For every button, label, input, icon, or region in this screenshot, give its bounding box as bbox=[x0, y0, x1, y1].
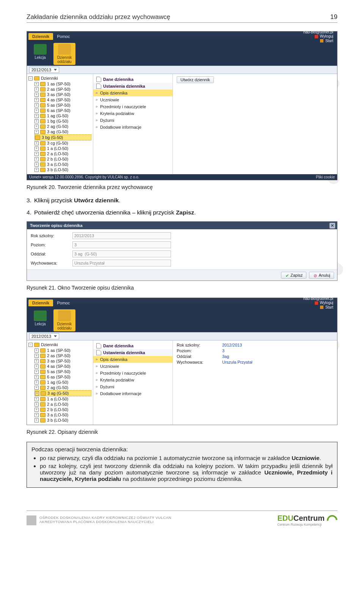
cancel-button[interactable]: Anuluj bbox=[309, 272, 334, 279]
tree-collapse-icon[interactable]: − bbox=[28, 343, 33, 347]
menu-dyzurni[interactable]: Dyżurni bbox=[93, 383, 173, 390]
expand-icon[interactable]: + bbox=[35, 364, 39, 369]
tree-item[interactable]: 2 b (LO-50) bbox=[47, 157, 68, 161]
expand-icon[interactable]: + bbox=[35, 375, 39, 379]
tree-item[interactable]: 3 ag (G-50) bbox=[47, 129, 68, 134]
tree-item[interactable]: 3 as (SP-50) bbox=[47, 92, 71, 97]
menu-kryteria[interactable]: Kryteria podziałów bbox=[93, 377, 173, 383]
menu-opis-dziennika[interactable]: Opis dziennika bbox=[93, 356, 173, 363]
ribbon-lekcja[interactable]: Lekcja bbox=[29, 43, 51, 65]
save-button[interactable]: Zapisz bbox=[281, 272, 306, 279]
logout-icon[interactable] bbox=[315, 35, 318, 38]
tree-item[interactable]: 3 cg (G-50) bbox=[47, 141, 68, 145]
tree-item[interactable]: 1 a (LO-50) bbox=[47, 397, 68, 401]
expand-icon[interactable]: + bbox=[35, 141, 39, 145]
tree-item[interactable]: 2 as (SP-50) bbox=[47, 353, 71, 358]
tree-item[interactable]: 1 ag (G-50) bbox=[47, 380, 68, 385]
home-icon[interactable] bbox=[320, 306, 323, 309]
expand-icon[interactable]: + bbox=[35, 391, 39, 396]
tree-item[interactable]: 3 b (LO-50) bbox=[47, 418, 68, 422]
expand-icon[interactable]: + bbox=[35, 152, 39, 156]
menu-dodatkowe[interactable]: Dodatkowe informacje bbox=[93, 124, 173, 131]
expand-icon[interactable]: + bbox=[35, 130, 39, 134]
menu-dyzurni[interactable]: Dyżurni bbox=[93, 117, 173, 124]
tree-item[interactable]: 1 a (LO-50) bbox=[47, 146, 68, 151]
ribbon-dziennik-oddzialu[interactable]: Dziennik oddziału bbox=[53, 309, 75, 331]
expand-icon[interactable]: + bbox=[35, 162, 39, 167]
tab-pomoc[interactable]: Pomoc bbox=[53, 299, 74, 306]
tree-item[interactable]: 2 a (LO-50) bbox=[47, 402, 68, 407]
expand-icon[interactable]: + bbox=[35, 82, 39, 86]
menu-opis-dziennika[interactable]: Opis dziennika bbox=[93, 90, 173, 96]
tree-item[interactable]: 6 as (SP-50) bbox=[47, 108, 71, 113]
ribbon-lekcja[interactable]: Lekcja bbox=[29, 309, 51, 331]
expand-icon[interactable]: + bbox=[35, 380, 39, 385]
tree-item-selected[interactable]: 3 ag (G-50) bbox=[47, 391, 69, 396]
status-cookies[interactable]: Pliki cookie bbox=[316, 175, 335, 179]
expand-icon[interactable]: + bbox=[35, 413, 39, 417]
expand-icon[interactable]: + bbox=[35, 109, 39, 113]
tree-item[interactable]: 4 as (SP-50) bbox=[47, 364, 71, 369]
dlg-input-oddzial[interactable] bbox=[72, 251, 171, 257]
tree-item[interactable]: 2 a (LO-50) bbox=[47, 151, 68, 156]
start-link[interactable]: Start bbox=[325, 305, 333, 310]
home-icon[interactable] bbox=[320, 39, 323, 43]
expand-icon[interactable]: + bbox=[35, 402, 39, 407]
expand-icon[interactable]: + bbox=[35, 124, 39, 129]
menu-przedmioty[interactable]: Przedmioty i nauczyciele bbox=[93, 370, 173, 377]
tree-item[interactable]: 3 as (SP-50) bbox=[47, 359, 71, 363]
expand-icon[interactable]: + bbox=[35, 114, 39, 118]
expand-icon[interactable]: + bbox=[35, 359, 39, 363]
expand-icon[interactable]: + bbox=[35, 87, 39, 91]
expand-icon[interactable]: + bbox=[35, 157, 39, 161]
tree-item[interactable]: 1 ag (G-50) bbox=[47, 113, 68, 118]
tree-item[interactable]: 3 a (LO-50) bbox=[47, 162, 68, 167]
tree-root-label[interactable]: Dzienniki bbox=[41, 76, 58, 80]
dlg-input-rok[interactable] bbox=[72, 232, 171, 239]
tree-item[interactable]: 1 bg (G-50) bbox=[47, 119, 68, 123]
expand-icon[interactable]: + bbox=[35, 147, 39, 151]
tree-item[interactable]: 5 as (SP-50) bbox=[47, 103, 71, 107]
tree-collapse-icon[interactable]: − bbox=[28, 76, 33, 80]
tab-dziennik[interactable]: Dziennik bbox=[28, 299, 53, 306]
ribbon-dziennik-oddzialu[interactable]: Dziennik oddziału bbox=[53, 43, 75, 65]
expand-icon[interactable]: + bbox=[35, 408, 39, 412]
tree-item[interactable]: 2 ag (G-50) bbox=[47, 385, 68, 390]
tree-item[interactable]: 4 as (SP-50) bbox=[47, 98, 71, 102]
tab-pomoc[interactable]: Pomoc bbox=[53, 33, 74, 40]
menu-uczniowie[interactable]: Uczniowie bbox=[93, 363, 173, 370]
logout-link[interactable]: Wyloguj bbox=[320, 34, 333, 39]
expand-icon[interactable]: + bbox=[35, 119, 39, 123]
year-select[interactable]: 2012/2013 bbox=[29, 67, 59, 73]
tree-item[interactable]: 3 b (LO-50) bbox=[47, 167, 68, 172]
expand-icon[interactable]: + bbox=[35, 397, 39, 401]
tree-item[interactable]: 1 as (SP-50) bbox=[47, 348, 71, 353]
menu-przedmioty[interactable]: Przedmioty i nauczyciele bbox=[93, 103, 173, 110]
utworz-dziennik-button[interactable]: Utwórz dziennik bbox=[177, 76, 214, 83]
expand-icon[interactable]: + bbox=[35, 168, 39, 172]
logout-link[interactable]: Wyloguj bbox=[320, 301, 333, 305]
menu-kryteria[interactable]: Kryteria podziałów bbox=[93, 110, 173, 117]
tree-item[interactable]: 2 as (SP-50) bbox=[47, 87, 71, 91]
tree-item[interactable]: 2 b (LO-50) bbox=[47, 407, 68, 412]
year-select[interactable]: 2012/2013 bbox=[29, 333, 59, 339]
expand-icon[interactable]: + bbox=[35, 418, 39, 422]
tree-item[interactable]: 2 ag (G-50) bbox=[47, 124, 68, 129]
tab-dziennik[interactable]: Dziennik bbox=[28, 33, 53, 40]
expand-icon[interactable]: + bbox=[35, 348, 39, 353]
close-icon[interactable]: ✕ bbox=[329, 223, 335, 228]
menu-uczniowie[interactable]: Uczniowie bbox=[93, 96, 173, 103]
tree-item[interactable]: 5 as (SP-50) bbox=[47, 369, 71, 374]
menu-dodatkowe[interactable]: Dodatkowe informacje bbox=[93, 390, 173, 397]
tree-item[interactable]: 6 as (SP-50) bbox=[47, 375, 71, 379]
tree-item-selected[interactable]: 3 bg (G-50) bbox=[42, 135, 63, 140]
expand-icon[interactable]: + bbox=[35, 98, 39, 102]
tree-item[interactable]: 3 a (LO-50) bbox=[47, 413, 68, 417]
expand-icon[interactable]: + bbox=[35, 93, 39, 97]
tree-item[interactable]: 1 as (SP-50) bbox=[47, 82, 71, 86]
logout-icon[interactable] bbox=[315, 301, 318, 305]
dlg-input-wych[interactable] bbox=[72, 260, 171, 266]
expand-icon[interactable]: + bbox=[35, 354, 39, 358]
expand-icon[interactable]: + bbox=[35, 386, 39, 390]
start-link[interactable]: Start bbox=[325, 39, 333, 43]
